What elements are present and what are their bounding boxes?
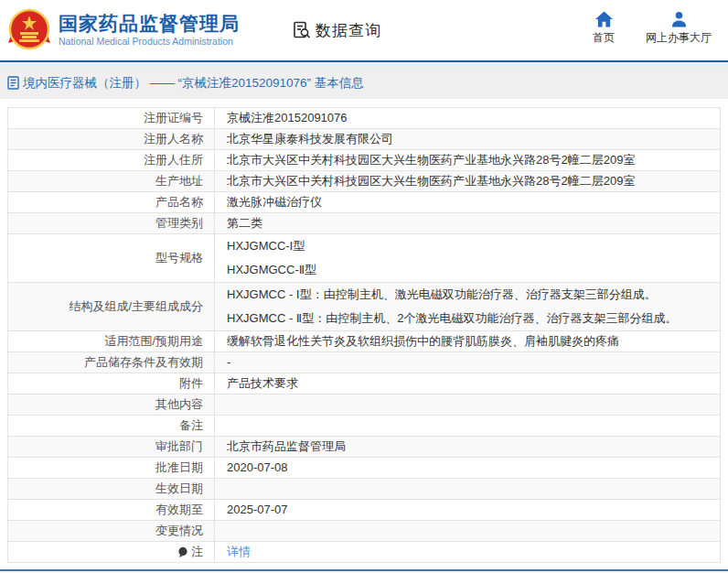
nav-label: 网上办事大厅 (646, 30, 712, 46)
table-row: 生产地址北京市大兴区中关村科技园区大兴生物医药产业基地永兴路28号2幢二层209… (8, 171, 720, 192)
spacer (0, 99, 728, 107)
row-label: 生效日期 (8, 479, 214, 499)
row-label: 生产地址 (8, 171, 214, 191)
row-label-text: 有效期至 (155, 502, 203, 518)
agency-subtitle: National Medical Products Administration (59, 35, 240, 48)
page-header: 国家药品监督管理局 National Medical Products Admi… (0, 0, 728, 60)
row-value: 第二类 (214, 213, 720, 233)
data-query-section[interactable]: 数据查询 (293, 20, 381, 41)
table-row: 批准日期2020-07-08 (8, 458, 720, 479)
row-value (214, 416, 720, 436)
row-label: 注 (8, 542, 214, 562)
document-icon (7, 76, 19, 90)
row-label: 审批部门 (8, 437, 214, 457)
row-label-text: 其他内容 (155, 396, 203, 413)
row-value: HXJGMCC - Ⅰ型：由控制主机、激光电磁双功能治疗器、治疗器支架三部分组成… (214, 283, 720, 330)
row-label: 产品名称 (8, 192, 214, 212)
row-label: 结构及组成/主要组成成分 (8, 283, 214, 330)
detail-link[interactable]: 详情 (227, 542, 720, 562)
national-emblem-icon (7, 8, 51, 52)
table-row: 生效日期 (8, 479, 720, 500)
row-value (214, 479, 720, 499)
table-row: 适用范围/预期用途缓解软骨退化性关节炎及软组织损伤中的腰背肌筋膜炎、肩袖肌腱炎的… (8, 331, 720, 352)
row-label: 注册人名称 (8, 129, 214, 149)
row-value-line: 2025-07-07 (227, 500, 720, 520)
nav-label: 首页 (593, 30, 615, 46)
row-value-line: HXJGMCC - Ⅱ型：由控制主机、2个激光电磁双功能治疗器、治疗器支架三部分… (227, 307, 720, 330)
row-label: 批准日期 (8, 458, 214, 478)
row-label-text: 生产地址 (155, 173, 203, 189)
table-row: 产品名称激光脉冲磁治疗仪 (8, 192, 720, 213)
row-label: 型号规格 (8, 234, 214, 282)
row-value: 2025-07-07 (214, 500, 720, 520)
row-label-text: 产品储存条件及有效期 (84, 354, 203, 371)
row-value: HXJGMCC-Ⅰ型HXJGMGCC-Ⅱ型 (214, 234, 720, 282)
row-label-text: 注 (191, 544, 203, 560)
row-label: 附件 (8, 373, 214, 394)
row-value-line: 激光脉冲磁治疗仪 (227, 192, 720, 212)
registration-info-table: 注册证编号京械注准20152091076注册人名称北京华星康泰科技发展有限公司注… (7, 107, 721, 563)
row-value: 产品技术要求 (214, 373, 720, 394)
user-icon (670, 11, 688, 27)
table-row: 产品储存条件及有效期- (8, 352, 720, 373)
row-label: 管理类别 (8, 213, 214, 233)
agency-logo[interactable]: 国家药品监督管理局 National Medical Products Admi… (7, 8, 240, 52)
row-label: 适用范围/预期用途 (8, 331, 214, 351)
table-row: 备注 (8, 416, 720, 437)
row-value: 京械注准20152091076 (214, 108, 720, 128)
table-row: 注册人住所北京市大兴区中关村科技园区大兴生物医药产业基地永兴路28号2幢二层20… (8, 150, 720, 171)
row-label-text: 批准日期 (155, 459, 203, 476)
nav-item-service-hall[interactable]: 网上办事大厅 (646, 11, 712, 46)
row-label-text: 管理类别 (155, 215, 203, 232)
document-search-icon (293, 21, 311, 39)
row-value-line: HXJGMCC - Ⅰ型：由控制主机、激光电磁双功能治疗器、治疗器支架三部分组成… (227, 283, 720, 307)
table-row: 注册人名称北京华星康泰科技发展有限公司 (8, 129, 720, 150)
row-label-text: 结构及组成/主要组成成分 (69, 298, 203, 315)
row-label-text: 变更情况 (155, 523, 203, 539)
row-value-line: - (227, 352, 720, 373)
row-label-text: 生效日期 (155, 481, 203, 497)
row-value: 激光脉冲磁治疗仪 (214, 192, 720, 212)
row-label: 变更情况 (8, 521, 214, 541)
header-nav: 首页 网上办事大厅 (593, 11, 712, 46)
row-value-line: 北京市大兴区中关村科技园区大兴生物医药产业基地永兴路28号2幢二层209室 (227, 150, 720, 170)
row-label-text: 备注 (179, 417, 203, 434)
agency-title: 国家药品监督管理局 (59, 13, 240, 35)
row-value: 北京市大兴区中关村科技园区大兴生物医药产业基地永兴路28号2幢二层209室 (214, 150, 720, 170)
table-row: 有效期至2025-07-07 (8, 500, 720, 521)
table-row: 其他内容 (8, 395, 720, 416)
row-value: 北京市大兴区中关村科技园区大兴生物医药产业基地永兴路28号2幢二层209室 (214, 171, 720, 191)
breadcrumb: 境内医疗器械（注册） —— “京械注准20152091076” 基本信息 (0, 67, 728, 99)
row-value: 北京华星康泰科技发展有限公司 (214, 129, 720, 149)
row-value-line: HXJGMCC-Ⅰ型 (227, 234, 720, 258)
table-row: 附件产品技术要求 (8, 373, 720, 395)
row-value: 详情 (214, 542, 720, 562)
row-value-line: 第二类 (227, 213, 720, 233)
row-label-text: 注册证编号 (144, 110, 203, 126)
row-value-line: 缓解软骨退化性关节炎及软组织损伤中的腰背肌筋膜炎、肩袖肌腱炎的疼痛 (227, 331, 720, 351)
row-value: - (214, 352, 720, 373)
breadcrumb-text: 境内医疗器械（注册） —— “京械注准20152091076” 基本信息 (23, 75, 364, 92)
row-value-line: 北京市大兴区中关村科技园区大兴生物医药产业基地永兴路28号2幢二层209室 (227, 171, 720, 191)
table-row: 结构及组成/主要组成成分HXJGMCC - Ⅰ型：由控制主机、激光电磁双功能治疗… (8, 283, 720, 331)
row-label-text: 注册人住所 (144, 152, 203, 168)
row-value: 缓解软骨退化性关节炎及软组织损伤中的腰背肌筋膜炎、肩袖肌腱炎的疼痛 (214, 331, 720, 351)
row-value: 北京市药品监督管理局 (214, 437, 720, 457)
table-row: 管理类别第二类 (8, 213, 720, 234)
row-label: 备注 (8, 416, 214, 436)
nav-item-home[interactable]: 首页 (593, 11, 615, 46)
row-label-text: 适用范围/预期用途 (104, 333, 203, 350)
row-label: 注册人住所 (8, 150, 214, 170)
row-label-text: 注册人名称 (144, 131, 203, 147)
row-label-text: 型号规格 (155, 250, 203, 266)
row-label-text: 产品名称 (155, 194, 203, 211)
row-value: 2020-07-08 (214, 458, 720, 478)
note-icon (177, 546, 188, 557)
row-value (214, 521, 720, 541)
table-row: 型号规格HXJGMCC-Ⅰ型HXJGMGCC-Ⅱ型 (8, 234, 720, 283)
row-label: 有效期至 (8, 500, 214, 520)
row-value-line: 2020-07-08 (227, 458, 720, 478)
row-label: 产品储存条件及有效期 (8, 352, 214, 373)
row-value-line: HXJGMGCC-Ⅱ型 (227, 258, 720, 282)
row-label-text: 审批部门 (155, 438, 203, 455)
